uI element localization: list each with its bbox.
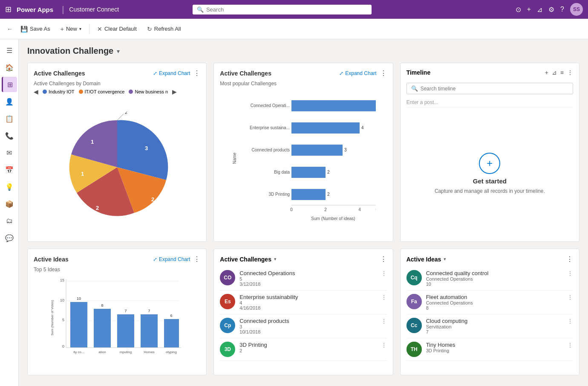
- sidebar-bulb-icon[interactable]: 💡: [2, 179, 17, 194]
- new-chevron-icon[interactable]: ▾: [79, 26, 81, 31]
- svg-text:2: 2: [327, 192, 330, 197]
- sidebar-mail-icon[interactable]: ✉: [2, 145, 17, 160]
- sidebar-box-icon[interactable]: 📦: [2, 196, 17, 212]
- timeline-title: Timeline: [406, 69, 542, 76]
- sidebar-list-icon[interactable]: 📋: [2, 111, 17, 126]
- timeline-filter-button[interactable]: ⊿: [552, 69, 557, 76]
- pie-chart-more-button[interactable]: ⋮: [193, 69, 200, 77]
- svg-text:2: 2: [324, 207, 327, 212]
- page-title-chevron-icon[interactable]: ▾: [117, 48, 120, 55]
- svg-text:ity co...: ity co...: [73, 350, 84, 354]
- idea-more-fa[interactable]: ⋮: [567, 294, 573, 301]
- ideas-chart-actions: ⤢ Expand Chart ⋮: [153, 255, 200, 263]
- new-button[interactable]: + New ▾: [56, 23, 86, 35]
- timeline-add-circle[interactable]: +: [479, 153, 500, 174]
- svg-text:5: 5: [62, 318, 64, 322]
- list-item: 3D 3D Printing 2 ⋮: [220, 338, 386, 361]
- pie-legend-next-button[interactable]: ▶: [172, 88, 177, 95]
- sidebar-archive-icon[interactable]: 🗂: [2, 213, 17, 229]
- challenge-more-3d[interactable]: ⋮: [381, 342, 387, 348]
- svg-text:1: 1: [81, 171, 84, 177]
- bar-chart-more-button[interactable]: ⋮: [380, 69, 387, 77]
- timeline-card: Timeline + ⊿ ≡ ⋮ 🔍 Enter a post... + Get…: [400, 63, 579, 242]
- sidebar-phone-icon[interactable]: 📞: [2, 128, 17, 143]
- pie-chart-expand-button[interactable]: ⤢ Expand Chart: [153, 70, 190, 76]
- settings-icon[interactable]: ⚙: [548, 6, 554, 14]
- refresh-all-button[interactable]: ↻ Refresh All: [143, 23, 185, 35]
- bar-chart-expand-button[interactable]: ⤢ Expand Chart: [339, 70, 376, 76]
- ideas-chart-expand-button[interactable]: ⤢ Expand Chart: [153, 256, 190, 262]
- challenges-list-more-button[interactable]: ⋮: [380, 255, 387, 263]
- svg-text:Big data: Big data: [274, 170, 290, 174]
- svg-text:Sum (Number of ideas): Sum (Number of ideas): [311, 216, 355, 221]
- sidebar-person-icon[interactable]: 👤: [2, 94, 17, 109]
- challenge-item-content-cp: Connected products 3 10/1/2018: [239, 318, 376, 334]
- svg-text:Name: Name: [232, 152, 237, 164]
- ideas-list-title: Active Ideas: [406, 256, 441, 263]
- idea-avatar-cc: Cc: [406, 318, 422, 333]
- svg-text:6: 6: [375, 207, 376, 212]
- clear-default-button[interactable]: ✕ Clear Default: [93, 23, 141, 35]
- sidebar-menu-icon[interactable]: ☰: [2, 43, 17, 58]
- svg-text:Connected Operati...: Connected Operati...: [251, 103, 290, 108]
- legend-dot-newbiz: [129, 90, 133, 94]
- idea-item-content-cc: Cloud computing Servitization 7: [426, 318, 563, 334]
- ideas-list-more-button[interactable]: ⋮: [566, 255, 573, 263]
- idea-sub-cq: Connected Operations 10: [426, 276, 563, 287]
- pie-legend-prev-button[interactable]: ◀: [34, 88, 38, 95]
- idea-avatar-fa: Fa: [406, 294, 422, 309]
- svg-text:15: 15: [60, 278, 64, 282]
- sidebar-calendar-icon[interactable]: 📅: [2, 162, 17, 177]
- app-grid-icon[interactable]: ⊞: [5, 5, 12, 14]
- save-as-button[interactable]: 💾 Save As: [16, 23, 55, 35]
- svg-text:Enterprise sustaina...: Enterprise sustaina...: [250, 125, 290, 130]
- help-icon[interactable]: ?: [560, 6, 564, 13]
- timeline-more-button[interactable]: ⋮: [567, 69, 573, 76]
- bar-chart-header: Active Challenges ⤢ Expand Chart ⋮: [220, 69, 386, 77]
- user-avatar[interactable]: SS: [570, 3, 583, 16]
- toolbar: ← 💾 Save As + New ▾ ✕ Clear Default ↻ Re…: [0, 19, 588, 39]
- ideas-title-group: Active Ideas ▾: [406, 256, 447, 263]
- svg-rect-38: [94, 309, 111, 348]
- pie-subtitle: Active Challenges by Domain: [34, 81, 200, 87]
- list-item: Fa Fleet automation Connected Operations…: [406, 290, 573, 314]
- sidebar-grid-icon[interactable]: ⊞: [2, 77, 17, 92]
- timeline-search-bar[interactable]: 🔍: [406, 83, 573, 94]
- idea-more-cq[interactable]: ⋮: [567, 270, 573, 277]
- timeline-list-button[interactable]: ≡: [560, 69, 564, 76]
- challenge-more-co[interactable]: ⋮: [381, 270, 387, 277]
- timeline-add-button[interactable]: +: [545, 69, 548, 76]
- idea-item-content-cq: Connected quality control Connected Oper…: [426, 270, 563, 287]
- challenge-more-cp[interactable]: ⋮: [381, 318, 387, 325]
- challenge-title-3d: 3D Printing: [239, 342, 376, 348]
- filter-icon[interactable]: ⊿: [537, 6, 542, 14]
- svg-text:4: 4: [358, 207, 361, 212]
- challenges-list-title: Active Challenges: [220, 256, 271, 263]
- timeline-search-input[interactable]: [421, 86, 568, 92]
- back-button[interactable]: ←: [7, 26, 13, 32]
- pie-chart-header: Active Challenges ⤢ Expand Chart ⋮: [34, 69, 200, 77]
- ideas-chart-more-button[interactable]: ⋮: [193, 255, 200, 263]
- search-icon: 🔍: [197, 6, 204, 13]
- sidebar-home-icon[interactable]: 🏠: [2, 60, 17, 75]
- list-item: TH Tiny Homes 3D Printing ⋮: [406, 338, 573, 361]
- add-icon[interactable]: +: [527, 6, 531, 13]
- svg-rect-14: [291, 145, 343, 156]
- idea-more-cc[interactable]: ⋮: [567, 318, 573, 325]
- expand-icon: ⤢: [153, 70, 157, 76]
- recent-icon[interactable]: ⊙: [516, 6, 521, 14]
- svg-text:2: 2: [327, 170, 330, 174]
- challenge-title-cp: Connected products: [239, 318, 376, 324]
- idea-more-th[interactable]: ⋮: [567, 342, 573, 348]
- global-search-bar[interactable]: 🔍: [193, 5, 372, 15]
- timeline-get-started-title: Get started: [473, 177, 507, 185]
- timeline-post-placeholder[interactable]: Enter a post...: [406, 98, 573, 107]
- list-item: Cq Connected quality control Connected O…: [406, 267, 573, 290]
- challenge-more-es[interactable]: ⋮: [381, 294, 387, 301]
- app-title: Customer Connect: [69, 6, 119, 13]
- global-search-input[interactable]: [206, 6, 367, 13]
- challenges-list-chevron-icon[interactable]: ▾: [274, 256, 277, 262]
- svg-text:2: 2: [151, 196, 154, 203]
- ideas-list-chevron-icon[interactable]: ▾: [444, 256, 446, 262]
- sidebar-chat-icon[interactable]: 💬: [2, 230, 17, 246]
